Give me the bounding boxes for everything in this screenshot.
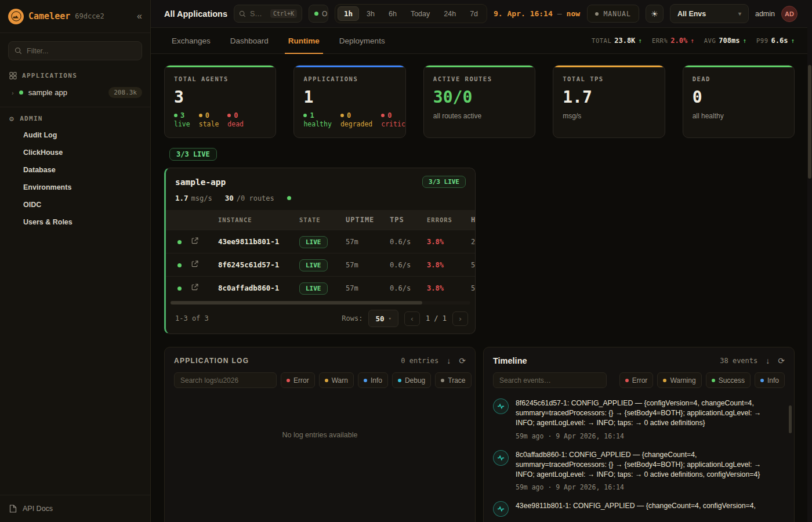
apps-healthy: 1healthy [303,111,331,128]
environment-select[interactable]: All Envs ▾ [670,4,749,23]
avatar[interactable]: AD [781,6,798,22]
tab-runtime[interactable]: Runtime [288,28,320,53]
log-filter-info[interactable]: Info [358,372,388,388]
arrow-up-icon: ↑ [791,37,795,45]
bottom-panels: APPLICATION LOG 0 entries ↓ ⟳ Error Warn… [164,347,795,522]
download-icon[interactable]: ↓ [447,356,451,365]
application-log-panel: APPLICATION LOG 0 entries ↓ ⟳ Error Warn… [164,347,476,522]
sidebar-item-environments[interactable]: Environments [0,179,150,196]
sidebar-filter-wrap [0,33,150,65]
time-range-6h[interactable]: 6h [382,6,403,21]
horizontal-scrollbar[interactable] [171,301,470,304]
stat-total: TOTAL 23.8K ↑ [592,37,642,45]
log-entries-count: 0 entries [401,357,438,365]
instances-table-header: INSTANCE STATE UPTIME TPS ERRORS H [166,210,475,230]
timeline-filter-info[interactable]: Info [755,372,785,388]
tab-deployments[interactable]: Deployments [339,28,385,53]
download-icon[interactable]: ↓ [766,356,770,365]
card-active-routes: ACTIVE ROUTES 30/0 all routes active [423,65,535,138]
success-dot [712,379,715,382]
sidebar-item-api-docs[interactable]: API Docs [0,495,150,522]
sidebar-item-sample-app[interactable]: › sample app 208.3k [0,83,150,103]
refresh-icon[interactable]: ⟳ [778,356,785,365]
table-row[interactable]: 8c0affadb860-1 LIVE 57m 0.6/s 3.8% 5 [166,276,475,299]
date-to: now [567,9,580,18]
environment-select-value: All Envs [677,10,706,18]
theme-toggle-button[interactable]: ☀ [646,5,664,23]
pagination-range: 1-3 of 3 [175,314,209,322]
sidebar-item-database[interactable]: Database [0,161,150,179]
card-applications: APPLICATIONS 1 1healthy 0degraded 0criti… [293,65,405,138]
expand-chevron-icon[interactable]: › [12,89,14,96]
log-filter-error[interactable]: Error [281,372,315,388]
time-range-today[interactable]: Today [404,6,436,21]
timeline-filter-warning[interactable]: Warning [657,372,701,388]
external-link-icon[interactable] [191,237,198,244]
admin-section-label: ADMIN [20,115,43,122]
timeline-event[interactable]: 8c0affadb860-1: CONFIG_APPLIED — {change… [493,450,781,492]
timeline-search-input[interactable] [493,372,607,388]
live-status-badge: 3/3 LIVE [169,148,217,161]
rows-per-page-value: 50 [375,314,384,323]
sidebar-item-audit-log[interactable]: Audit Log [0,126,150,144]
global-search[interactable]: S… Ctrl+K [234,5,302,23]
search-icon [239,10,246,17]
timeline-scrollbar[interactable] [789,405,792,433]
agents-stale: 0stale [199,111,219,128]
sidebar-filter[interactable] [8,41,142,60]
page-scrollbar[interactable] [807,0,812,522]
log-panel-controls: Error Warn Info Debug Trace [165,372,475,395]
instance-id: 43ee9811b801-1 [218,237,299,246]
timeline-event[interactable]: 8f6245c61d57-1: CONFIG_APPLIED — {config… [493,398,781,440]
app-live-badge: 3/3 LIVE [422,176,466,188]
timeline-event[interactable]: 43ee9811b801-1: CONFIG_APPLIED — {change… [493,501,781,517]
filter-input[interactable] [27,47,136,55]
sample-app-card: sample-app 3/3 LIVE 1.7 msg/s 30 /0 rout… [164,168,476,334]
timeline-title: Timeline [493,356,527,365]
scrollbar-thumb[interactable] [808,65,811,179]
extra-cell: 5 [471,284,475,292]
refresh-mode-button[interactable]: MANUAL [587,5,639,23]
tps-cell: 0.6/s [390,238,427,246]
table-row[interactable]: 8f6245c61d57-1 LIVE 57m 0.6/s 3.8% 5 [166,253,475,276]
date-from: 9. Apr. 16:14 [494,9,553,18]
timeline-filter-error[interactable]: Error [619,372,654,388]
tab-exchanges[interactable]: Exchanges [172,28,211,53]
prev-page-button[interactable]: ‹ [404,311,420,326]
time-range-24h[interactable]: 24h [437,6,462,21]
main-area: All Applications S… Ctrl+K O 1h 3h 6h To… [151,0,812,522]
sidebar-item-users-roles[interactable]: Users & Roles [0,213,150,231]
log-filter-trace[interactable]: Trace [435,372,471,388]
time-range-1h[interactable]: 1h [338,6,359,21]
time-range-7d[interactable]: 7d [463,6,484,21]
activity-icon [493,398,509,414]
scrollbar-thumb[interactable] [171,301,422,304]
camel-logo-icon [8,9,24,24]
date-range-display[interactable]: 9. Apr. 16:14 — now [494,9,580,18]
log-filter-debug[interactable]: Debug [392,372,431,388]
refresh-icon[interactable]: ⟳ [459,356,466,365]
stat-err: ERR% 2.0% ↑ [652,37,694,45]
next-page-button[interactable]: › [452,311,468,326]
online-status-chip[interactable]: O [309,5,328,23]
info-dot [364,379,367,382]
log-search-input[interactable] [174,372,277,388]
log-filter-warn[interactable]: Warn [319,372,354,388]
sidebar-item-clickhouse[interactable]: ClickHouse [0,144,150,161]
top-bar: All Applications S… Ctrl+K O 1h 3h 6h To… [151,0,812,28]
api-docs-label: API Docs [23,505,53,513]
time-range-3h[interactable]: 3h [360,6,381,21]
external-link-icon[interactable] [191,260,198,267]
sidebar-item-oidc[interactable]: OIDC [0,196,150,213]
app-card-stats: 1.7 msg/s 30 /0 routes [166,194,475,210]
gear-icon: ⚙ [9,114,14,123]
sidebar-collapse-button[interactable]: « [137,12,142,21]
timeline-panel: Timeline 38 events ↓ ⟳ Error Warning Suc… [483,347,795,522]
event-text: 43ee9811b801-1: CONFIG_APPLIED — {change… [516,501,756,511]
tab-dashboard[interactable]: Dashboard [230,28,269,53]
table-row[interactable]: 43ee9811b801-1 LIVE 57m 0.6/s 3.8% 2 [166,230,475,253]
rows-per-page-select[interactable]: 50 ▾ [368,310,398,327]
extra-cell: 5 [471,261,475,269]
timeline-filter-success[interactable]: Success [706,372,751,388]
external-link-icon[interactable] [191,284,198,291]
